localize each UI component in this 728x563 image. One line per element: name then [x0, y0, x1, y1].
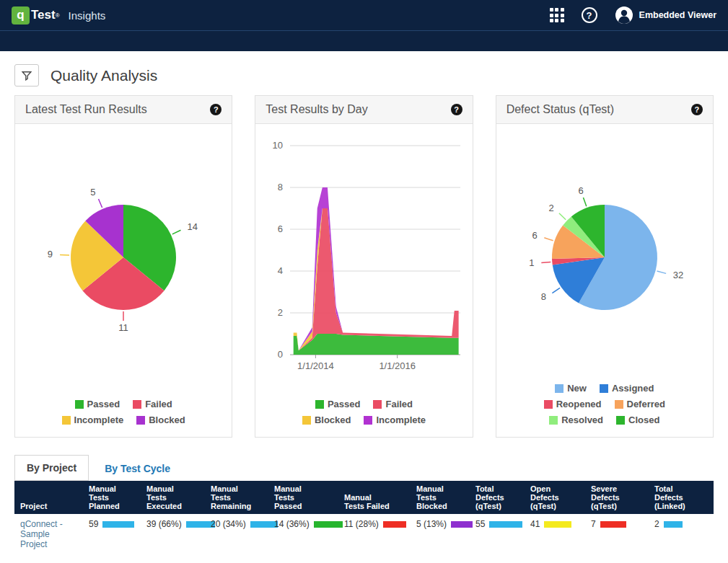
card-help-icon[interactable]: ?	[691, 104, 703, 115]
legend-item-failed[interactable]: Failed	[373, 399, 413, 409]
legend-item-closed[interactable]: Closed	[616, 415, 659, 425]
metric-cell: 7	[585, 514, 649, 554]
legend-item-passed[interactable]: Passed	[75, 399, 120, 409]
metric-value: 5 (13%)	[416, 519, 447, 529]
legend-swatch-icon	[544, 400, 553, 409]
card-help-icon[interactable]: ?	[210, 104, 222, 115]
svg-text:9: 9	[48, 249, 53, 260]
card-title: Defect Status (qTest)	[506, 103, 614, 116]
metric-cell: 41	[525, 514, 585, 554]
project-metrics-table: ProjectManual Tests PlannedManual Tests …	[14, 481, 714, 554]
pie-chart[interactable]: 141195	[15, 124, 232, 378]
chart-legend: PassedFailedIncompleteBlocked	[15, 394, 232, 437]
page-title: Quality Analysis	[51, 67, 157, 84]
legend-label: Incomplete	[74, 415, 124, 425]
sub-navbar	[0, 30, 728, 51]
user-menu[interactable]: Embedded Viewer	[615, 6, 716, 25]
metric-value: 39 (66%)	[146, 519, 182, 529]
legend-item-new[interactable]: New	[555, 383, 587, 394]
metric-bar	[489, 521, 522, 528]
column-header[interactable]: Total Defects (Linked)	[649, 481, 714, 514]
table-tabs: By Project By Test Cycle	[14, 455, 728, 481]
metric-bar	[314, 521, 343, 528]
qtest-logo[interactable]: q Test ®	[12, 6, 60, 25]
column-header[interactable]: Manual Tests Planned	[83, 481, 141, 514]
card-title: Latest Test Run Results	[25, 103, 147, 116]
legend-item-blocked[interactable]: Blocked	[136, 415, 185, 425]
top-navbar: q Test ® Insights ? Embedded Viewer	[0, 0, 728, 30]
svg-text:5: 5	[91, 187, 96, 198]
area-chart[interactable]: 02468101/1/20141/1/2016	[255, 124, 472, 378]
column-header[interactable]: Severe Defects (qTest)	[585, 481, 649, 514]
svg-text:14: 14	[188, 221, 198, 232]
user-avatar-icon	[615, 6, 633, 25]
legend-item-deferred[interactable]: Deferred	[615, 399, 665, 409]
column-header[interactable]: Manual Tests Failed	[338, 481, 411, 514]
svg-text:0: 0	[278, 349, 283, 360]
column-header[interactable]: Manual Tests Remaining	[205, 481, 268, 514]
registered-mark: ®	[56, 12, 60, 19]
legend-swatch-icon	[373, 400, 382, 409]
tab-by-project[interactable]: By Project	[14, 455, 89, 481]
legend-item-failed[interactable]: Failed	[133, 399, 172, 409]
table-header-row: ProjectManual Tests PlannedManual Tests …	[14, 481, 714, 514]
navbar-right: ? Embedded Viewer	[550, 6, 716, 25]
title-row: Quality Analysis	[14, 64, 728, 87]
legend-label: Reopened	[556, 399, 602, 409]
legend-label: Blocked	[149, 415, 185, 425]
chart-legend: NewAssignedReopenedDeferredResolvedClose…	[496, 378, 713, 437]
project-name-link[interactable]: qConnect - Sample Project	[14, 514, 83, 554]
legend-swatch-icon	[302, 416, 311, 425]
svg-text:32: 32	[673, 270, 683, 280]
card-latest-test-run-results: Latest Test Run Results ? 141195 PassedF…	[14, 95, 232, 438]
metric-value: 2	[654, 519, 659, 529]
card-header: Test Results by Day ?	[255, 96, 472, 124]
legend-swatch-icon	[315, 400, 324, 409]
column-header[interactable]: Manual Tests Passed	[268, 481, 338, 514]
legend-swatch-icon	[549, 416, 558, 425]
svg-text:4: 4	[278, 265, 283, 276]
charts-row: Latest Test Run Results ? 141195 PassedF…	[14, 95, 714, 438]
svg-text:2: 2	[548, 203, 553, 213]
svg-text:1/1/2016: 1/1/2016	[380, 360, 416, 371]
legend-item-resolved[interactable]: Resolved	[549, 415, 603, 425]
pie-chart[interactable]: 3281626	[496, 124, 713, 378]
legend-item-assigned[interactable]: Assigned	[600, 383, 654, 394]
legend-item-incomplete[interactable]: Incomplete	[364, 415, 426, 425]
metric-cell: 20 (34%)	[205, 514, 268, 554]
help-icon[interactable]: ?	[582, 7, 597, 23]
metric-value: 55	[475, 519, 485, 529]
metric-value: 20 (34%)	[211, 519, 246, 529]
metric-value: 41	[530, 519, 540, 529]
svg-text:8: 8	[278, 182, 283, 192]
legend-label: New	[567, 383, 587, 394]
card-title: Test Results by Day	[266, 103, 367, 116]
project-table-body: qConnect - Sample Project5939 (66%)20 (3…	[14, 514, 714, 554]
legend-swatch-icon	[75, 400, 84, 409]
svg-text:2: 2	[278, 307, 283, 318]
apps-grid-icon[interactable]	[550, 8, 564, 22]
legend-swatch-icon	[615, 400, 623, 409]
legend-item-blocked[interactable]: Blocked	[302, 415, 351, 425]
legend-swatch-icon	[62, 416, 71, 425]
legend-item-passed[interactable]: Passed	[315, 399, 361, 409]
legend-row: BlockedIncomplete	[260, 415, 468, 425]
metric-value: 59	[89, 519, 98, 529]
column-header[interactable]: Manual Tests Executed	[141, 481, 205, 514]
metric-cell: 5 (13%)	[411, 514, 470, 554]
metric-cell: 59	[83, 514, 141, 554]
legend-label: Failed	[385, 399, 413, 409]
column-header[interactable]: Total Defects (qTest)	[470, 481, 525, 514]
legend-item-reopened[interactable]: Reopened	[544, 399, 602, 409]
column-header[interactable]: Open Defects (qTest)	[525, 481, 585, 514]
svg-text:1: 1	[529, 257, 534, 268]
tab-by-test-cycle[interactable]: By Test Cycle	[96, 456, 179, 481]
column-header[interactable]: Project	[14, 481, 83, 514]
legend-row: NewAssigned	[501, 383, 709, 394]
filter-button[interactable]	[14, 64, 39, 87]
svg-text:10: 10	[273, 140, 283, 151]
column-header[interactable]: Manual Tests Blocked	[411, 481, 470, 514]
legend-swatch-icon	[133, 400, 141, 409]
legend-item-incomplete[interactable]: Incomplete	[62, 415, 124, 425]
card-help-icon[interactable]: ?	[451, 104, 462, 115]
